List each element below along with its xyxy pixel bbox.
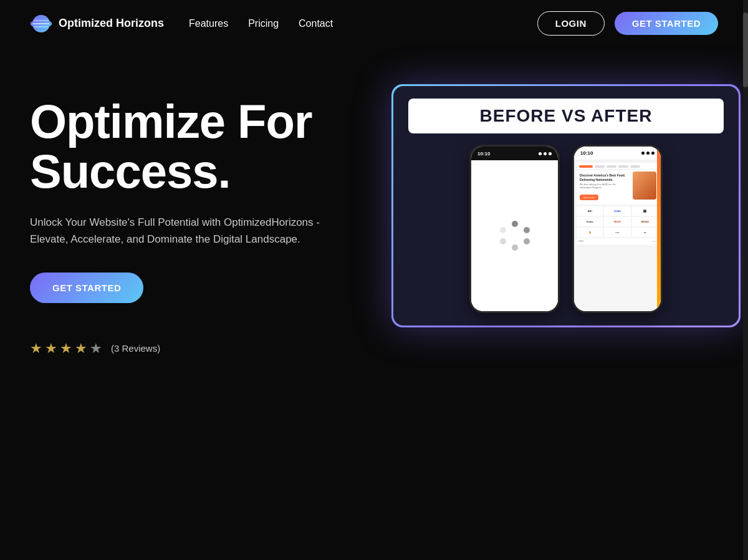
logo-ondas: Ondas [577,217,603,226]
battery-icon [549,152,552,155]
star-4: ★ [75,340,87,357]
login-button[interactable]: LOGIN [537,11,605,36]
spinner-dot-1 [512,221,518,227]
after-signal [641,152,645,155]
spinner-dot-4 [512,244,518,251]
after-headline: Discover America's Best Food. Delivering… [580,173,629,182]
hero-right: BEFORE VS AFTER 10:10 [391,84,741,327]
logo[interactable]: Optimized Horizons [30,12,164,35]
brand-name: Optimized Horizons [59,17,164,30]
before-content [471,160,558,311]
after-cta-button: Get it now [580,195,598,200]
hero-title: Optimize For Success. [30,97,367,196]
phone-showcase: BEFORE VS AFTER 10:10 [391,84,741,327]
star-rating: ★ ★ ★ ★ ★ [30,340,102,357]
spinner-dot-6 [500,227,506,233]
nav-pricing[interactable]: Pricing [248,18,279,29]
phone-before: 10:10 [469,145,560,313]
logo-gax: G#AX [604,206,630,216]
spinner-dot-2 [524,227,530,233]
phone-after: 10:10 [572,145,663,313]
nav-right: LOGIN GET STARTED [537,11,718,36]
nav-links: Features Pricing Contact [189,18,333,29]
logo-icon [30,12,52,35]
before-status-icons [539,152,552,155]
spinner-dot-3 [524,238,530,244]
vertical-accent [657,147,661,311]
before-time: 10:10 [477,151,490,157]
logo-grid: ARI G#AX ⬛ Ondas PASTE BREAD 🐴 ●●● ●● [577,206,658,237]
page-scrollbar[interactable] [743,0,748,560]
after-time: 10:10 [580,150,593,156]
logo-8: ●●● [604,228,630,237]
nav-tab-4 [630,165,640,168]
logo-9: ●● [632,228,658,237]
logo-ari: ARI [577,206,603,216]
star-1: ★ [30,340,42,357]
after-content: Discover America's Best Food. Delivering… [574,160,661,311]
spinner-dot-5 [500,238,506,244]
star-3: ★ [60,340,72,357]
phones-row: 10:10 [469,145,663,313]
logo-7: 🐴 [577,228,603,237]
get-started-hero-button[interactable]: GET STARTED [30,273,143,303]
reviews-section: ★ ★ ★ ★ ★ (3 Reviews) [30,340,367,357]
loading-spinner [500,221,530,251]
hero-subtitle: Unlock Your Website's Full Potential wit… [30,214,329,248]
star-5: ★ [90,340,102,357]
nav-features[interactable]: Features [189,18,228,29]
signal-icon [539,152,542,155]
after-footer-bar: ///ZZZ ● ● ● [577,238,658,244]
star-2: ★ [45,340,57,357]
after-hero-block: Discover America's Best Food. Delivering… [577,170,658,205]
logo-bread: BREAD [632,217,658,226]
get-started-nav-button[interactable]: GET STARTED [615,12,718,35]
reviews-count: (3 Reviews) [111,343,160,354]
nav-tab-active [579,165,593,168]
nav-contact[interactable]: Contact [299,18,333,29]
nav-tab-1 [595,165,605,168]
logo-3: ⬛ [632,206,658,216]
hero-section: Optimize For Success. Unlock Your Websit… [0,47,748,357]
nav-tab-2 [607,165,616,168]
after-sub: We drive delivery for a flat $5 fee. No … [580,183,625,190]
nav-left: Optimized Horizons Features Pricing Cont… [30,12,333,35]
hero-left: Optimize For Success. Unlock Your Websit… [30,84,367,357]
after-wifi [646,152,650,155]
showcase-inner: BEFORE VS AFTER 10:10 [393,86,739,326]
wifi-icon [544,152,547,155]
food-image [633,171,656,200]
after-status-bar: 10:10 [574,147,661,160]
after-status-icons [641,152,654,155]
logo-pasta: PASTE [604,217,630,226]
navbar: Optimized Horizons Features Pricing Cont… [0,0,748,47]
before-status-bar: 10:10 [471,147,558,160]
nav-tab-3 [618,165,628,168]
after-nav [577,163,658,169]
before-after-title: BEFORE VS AFTER [408,99,724,133]
after-battery [651,152,654,155]
